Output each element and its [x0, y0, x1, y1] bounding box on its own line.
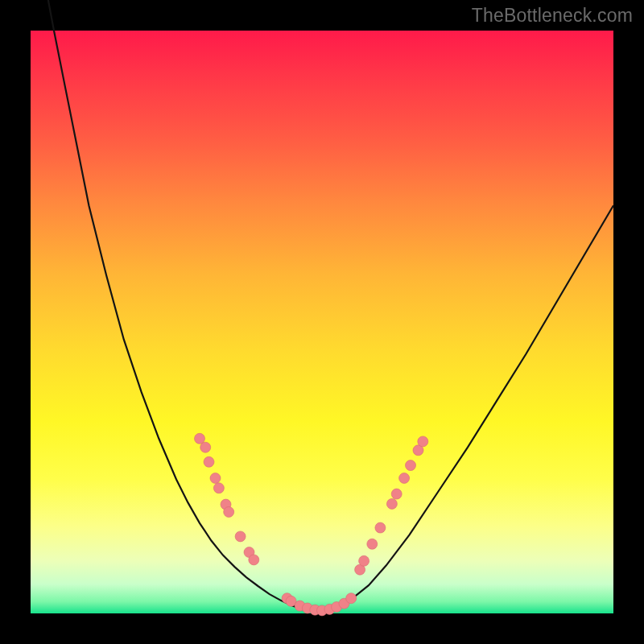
curve-marker	[346, 593, 357, 604]
curve-marker	[200, 442, 211, 452]
curve-marker	[418, 436, 428, 447]
curve-marker	[195, 433, 205, 444]
plot-area	[31, 31, 613, 613]
curve-marker	[213, 483, 224, 493]
curve-marker	[204, 456, 214, 467]
curve-marker	[399, 473, 410, 484]
curve-marker	[210, 473, 221, 484]
bottleneck-curve	[31, 0, 613, 611]
curve-marker	[235, 531, 246, 542]
watermark-label: TheBottleneck.com	[472, 5, 633, 27]
curve-marker	[224, 507, 234, 518]
chart-frame: TheBottleneck.com	[0, 0, 644, 644]
curve-marker	[249, 555, 259, 565]
curve-marker	[406, 460, 416, 471]
bottleneck-chart-svg	[31, 31, 613, 613]
curve-marker	[359, 555, 369, 566]
curve-marker	[391, 489, 402, 499]
curve-marker	[375, 522, 386, 533]
curve-marker	[386, 498, 397, 509]
curve-marker	[367, 539, 378, 549]
curve-markers	[195, 433, 428, 616]
